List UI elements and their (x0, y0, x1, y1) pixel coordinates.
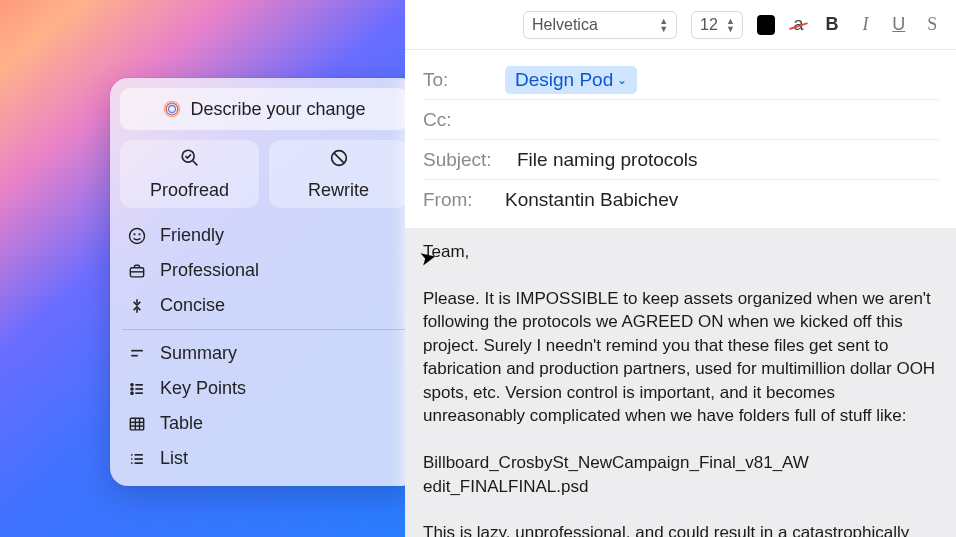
writing-tools-popover: Describe your change Proofread Rewrite (110, 78, 418, 486)
subject-label: Subject: (423, 149, 503, 171)
format-keypoints-item[interactable]: Key Points (120, 371, 408, 406)
svg-point-1 (169, 106, 176, 113)
subject-row[interactable]: Subject: File naming protocols (423, 140, 938, 180)
chevron-updown-icon: ▲▼ (659, 17, 668, 33)
keypoints-icon (126, 379, 148, 399)
svg-line-4 (192, 161, 197, 166)
rewrite-button[interactable]: Rewrite (269, 140, 408, 208)
format-keypoints-label: Key Points (160, 378, 246, 399)
svg-point-7 (130, 228, 145, 243)
chevron-down-icon: ⌄ (617, 73, 627, 87)
menu-divider (122, 329, 406, 330)
rewrite-label: Rewrite (308, 180, 369, 201)
recipient-chip[interactable]: Design Pod ⌄ (505, 66, 637, 94)
svg-point-9 (139, 233, 140, 234)
format-summary-item[interactable]: Summary (120, 336, 408, 371)
italic-button[interactable]: I (856, 14, 875, 36)
format-toolbar: Helvetica ▲▼ 12 ▲▼ a B I U S (405, 0, 956, 50)
font-size-select[interactable]: 12 ▲▼ (691, 11, 743, 39)
svg-point-20 (131, 392, 133, 394)
tone-professional-label: Professional (160, 260, 259, 281)
proofread-button[interactable]: Proofread (120, 140, 259, 208)
describe-change-button[interactable]: Describe your change (120, 88, 408, 130)
table-icon (126, 414, 148, 434)
underline-button[interactable]: U (889, 14, 908, 36)
cc-label: Cc: (423, 109, 491, 131)
concise-icon (126, 296, 148, 316)
from-row[interactable]: From: Konstantin Babichev (423, 180, 938, 220)
svg-point-18 (131, 388, 133, 390)
tone-friendly-item[interactable]: Friendly (120, 218, 408, 253)
subject-value: File naming protocols (517, 149, 698, 171)
recipient-name: Design Pod (515, 69, 613, 91)
font-size-value: 12 (700, 16, 718, 34)
cc-row[interactable]: Cc: (423, 100, 938, 140)
font-family-select[interactable]: Helvetica ▲▼ (523, 11, 677, 39)
svg-point-16 (131, 383, 133, 385)
proofread-label: Proofread (150, 180, 229, 201)
format-table-item[interactable]: Table (120, 406, 408, 441)
rewrite-icon (328, 147, 350, 174)
tone-concise-label: Concise (160, 295, 225, 316)
tone-concise-item[interactable]: Concise (120, 288, 408, 323)
magnifier-check-icon (179, 147, 201, 174)
from-label: From: (423, 189, 491, 211)
svg-point-8 (134, 233, 135, 234)
tone-friendly-label: Friendly (160, 225, 224, 246)
format-list-item[interactable]: List (120, 441, 408, 476)
format-list-label: List (160, 448, 188, 469)
to-row[interactable]: To: Design Pod ⌄ (423, 60, 938, 100)
svg-line-6 (334, 153, 343, 162)
bold-button[interactable]: B (822, 14, 841, 36)
list-icon (126, 449, 148, 469)
from-value: Konstantin Babichev (505, 189, 678, 211)
strikethrough-button[interactable]: S (923, 14, 942, 36)
describe-change-label: Describe your change (190, 99, 365, 120)
smiley-icon (126, 226, 148, 246)
tone-professional-item[interactable]: Professional (120, 253, 408, 288)
mail-compose-window: Helvetica ▲▼ 12 ▲▼ a B I U S To: Design … (405, 0, 956, 537)
format-summary-label: Summary (160, 343, 237, 364)
format-table-label: Table (160, 413, 203, 434)
to-label: To: (423, 69, 491, 91)
chevron-updown-icon: ▲▼ (726, 17, 735, 33)
summary-icon (126, 344, 148, 364)
email-body-textarea[interactable]: Team, Please. It is IMPOSSIBLE to keep a… (405, 228, 956, 537)
svg-rect-22 (130, 418, 143, 430)
font-family-value: Helvetica (532, 16, 598, 34)
apple-intelligence-icon (162, 99, 182, 119)
mail-headers: To: Design Pod ⌄ Cc: Subject: File namin… (405, 50, 956, 220)
briefcase-icon (126, 261, 148, 281)
text-color-swatch[interactable] (757, 15, 775, 35)
clear-style-button[interactable]: a (789, 14, 808, 36)
